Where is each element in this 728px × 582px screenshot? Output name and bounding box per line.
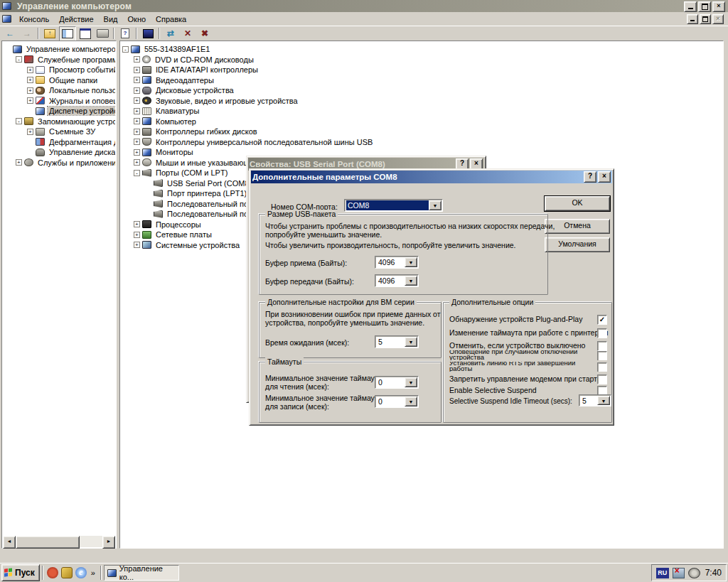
tree-item-label[interactable]: Системные устройства <box>154 241 241 249</box>
expand-plus-box[interactable]: + <box>134 221 140 227</box>
quick-launch-app2-icon[interactable] <box>61 567 73 578</box>
tree-item[interactable]: +Звуковые, видео и игровые устройства <box>122 96 722 107</box>
tree-item[interactable]: +Компьютер <box>122 117 722 127</box>
dialog-title-bar[interactable]: Дополнительные параметры COM8 ? × <box>251 171 612 183</box>
expand-plus-box[interactable]: + <box>27 97 33 104</box>
tree-item[interactable]: +Видеоадаптеры <box>122 75 722 86</box>
rx-buffer-combo[interactable]: 4096 ▼ <box>375 256 419 269</box>
tree-item-label[interactable]: Дефрагментация диска <box>48 138 115 146</box>
chevron-down-icon[interactable]: ▼ <box>597 396 610 405</box>
com-port-combo[interactable]: COM8 ▼ <box>344 199 443 212</box>
chevron-down-icon[interactable]: ▼ <box>405 397 417 406</box>
defaults-button[interactable]: Умолчания <box>545 237 610 252</box>
tray-app-icon[interactable] <box>688 568 700 578</box>
tree-item-label[interactable]: Журналы и оповещени <box>48 97 115 105</box>
system-menu-icon[interactable] <box>2 2 11 10</box>
expand-plus-box[interactable]: + <box>134 77 140 83</box>
internet-explorer-icon[interactable]: e <box>75 567 87 578</box>
expand-plus-box[interactable]: + <box>134 129 140 135</box>
expand-plus-box[interactable]: + <box>134 56 140 63</box>
ok-button[interactable]: OK <box>545 196 610 211</box>
tree-item-label[interactable]: Последовательный порт <box>166 210 257 218</box>
taskbar-task-button[interactable]: Управление ко... <box>104 565 179 581</box>
tree-item[interactable]: +Просмотр событий <box>4 65 115 75</box>
tree-item[interactable]: +Съемные ЗУ <box>4 126 115 137</box>
tree-item-label[interactable]: Порты (COM и LPT) <box>154 168 229 177</box>
tree-item[interactable]: +Контроллеры универсальной последователь… <box>122 137 722 148</box>
tree-item[interactable]: -555-314389AF1E1 <box>122 44 722 55</box>
tree-item[interactable]: Дефрагментация диска <box>4 137 115 148</box>
child-minimize-button[interactable] <box>687 14 698 24</box>
suspend-timeout-combo[interactable]: 5 ▼ <box>579 394 611 406</box>
update-driver-icon[interactable]: ⇄ <box>163 27 178 41</box>
expand-plus-box[interactable]: + <box>134 67 140 73</box>
tree-item-label[interactable]: Последовательный порт <box>166 200 257 208</box>
print-icon[interactable] <box>95 27 110 41</box>
tree-item-label[interactable]: Порт принтера (LPT1) <box>166 189 248 198</box>
expand-plus-box[interactable]: + <box>134 242 140 248</box>
expand-plus-box[interactable]: + <box>16 159 22 166</box>
tree-item-label[interactable]: Управление дисками <box>48 148 115 156</box>
tree-item[interactable]: +Локальные пользовате <box>4 85 115 96</box>
tree-item-label[interactable]: Мыши и иные указывающие <box>154 158 260 167</box>
collapse-minus-box[interactable]: - <box>134 170 140 176</box>
tree-item-label[interactable]: Процессоры <box>154 220 203 229</box>
expand-plus-box[interactable]: + <box>134 159 140 166</box>
chevron-down-icon[interactable]: ▼ <box>429 200 441 210</box>
tree-item-label[interactable]: Звуковые, видео и игровые устройства <box>154 97 299 105</box>
export-list-icon[interactable] <box>140 27 156 41</box>
tree-item[interactable]: -Служебные программы <box>4 55 115 65</box>
child-restore-button[interactable] <box>700 14 711 24</box>
tree-item-label[interactable]: Служебные программы <box>36 55 115 64</box>
language-indicator[interactable]: RU <box>656 568 669 578</box>
scroll-right-button[interactable]: ► <box>102 536 115 549</box>
collapse-minus-box[interactable]: - <box>122 46 129 53</box>
menu-5[interactable]: Справка <box>151 14 191 25</box>
checkbox-checked[interactable]: ✓ <box>597 315 607 325</box>
show-tree-icon[interactable] <box>59 26 76 41</box>
tree-item-label[interactable]: USB Serial Port (COM8) <box>166 179 253 188</box>
tree-item-label[interactable]: Видеоадаптеры <box>154 76 215 85</box>
tree-item-label[interactable]: Клавиатуры <box>154 107 200 115</box>
network-disconnected-icon[interactable] <box>673 568 685 578</box>
horizontal-scrollbar[interactable]: ◄ ► <box>3 536 115 547</box>
tree-item-label[interactable]: IDE ATA/ATAPI контроллеры <box>154 65 259 74</box>
collapse-minus-box[interactable]: - <box>16 118 22 124</box>
collapse-minus-box[interactable]: - <box>16 56 22 63</box>
expand-plus-box[interactable]: + <box>134 118 140 124</box>
read-timeout-combo[interactable]: 0 ▼ <box>375 376 419 389</box>
tree-item-label[interactable]: Диспетчер устройств <box>48 107 115 115</box>
checkbox-unchecked[interactable] <box>597 328 607 338</box>
expand-plus-box[interactable]: + <box>134 108 140 114</box>
tree-item-label[interactable]: DVD и CD-ROM дисководы <box>154 55 255 64</box>
checkbox-unchecked[interactable] <box>597 374 607 384</box>
expand-plus-box[interactable]: + <box>134 139 140 145</box>
dialog-help-button[interactable]: ? <box>584 171 596 183</box>
console-window-icon[interactable] <box>2 15 11 23</box>
help-icon[interactable]: ? <box>117 27 133 41</box>
checkbox-unchecked[interactable] <box>597 351 607 360</box>
expand-plus-box[interactable]: + <box>27 87 33 94</box>
tree-item-label[interactable]: 555-314389AF1E1 <box>143 45 211 53</box>
checkbox-unchecked[interactable] <box>597 362 607 372</box>
tree-item-label[interactable]: Запоминающие устройства <box>36 117 115 126</box>
tree-item-label[interactable]: Съемные ЗУ <box>48 127 97 136</box>
minimize-button[interactable] <box>684 1 697 12</box>
expand-plus-box[interactable]: + <box>134 149 140 156</box>
tree-item[interactable]: Диспетчер устройств <box>4 106 115 117</box>
back-icon[interactable]: ← <box>2 27 18 41</box>
tree-item-label[interactable]: Локальные пользовате <box>48 86 115 95</box>
tree-item[interactable]: -Запоминающие устройства <box>4 117 115 127</box>
dialog-close-button[interactable]: × <box>598 171 611 183</box>
expand-plus-box[interactable]: + <box>27 129 33 135</box>
forward-icon[interactable]: → <box>19 27 35 41</box>
chevron-down-icon[interactable]: ▼ <box>405 337 417 347</box>
tree-item[interactable]: +Контроллеры гибких дисков <box>122 126 722 137</box>
tree-item-label[interactable]: Контроллеры гибких дисков <box>154 127 259 136</box>
tree-item[interactable]: +Дисковые устройства <box>122 85 722 96</box>
menu-1[interactable]: Консоль <box>14 14 54 25</box>
expand-plus-box[interactable]: + <box>134 87 140 94</box>
tx-buffer-combo[interactable]: 4096 ▼ <box>375 274 419 287</box>
tree-item[interactable]: +Общие папки <box>4 75 115 86</box>
latency-combo[interactable]: 5 ▼ <box>375 335 419 348</box>
